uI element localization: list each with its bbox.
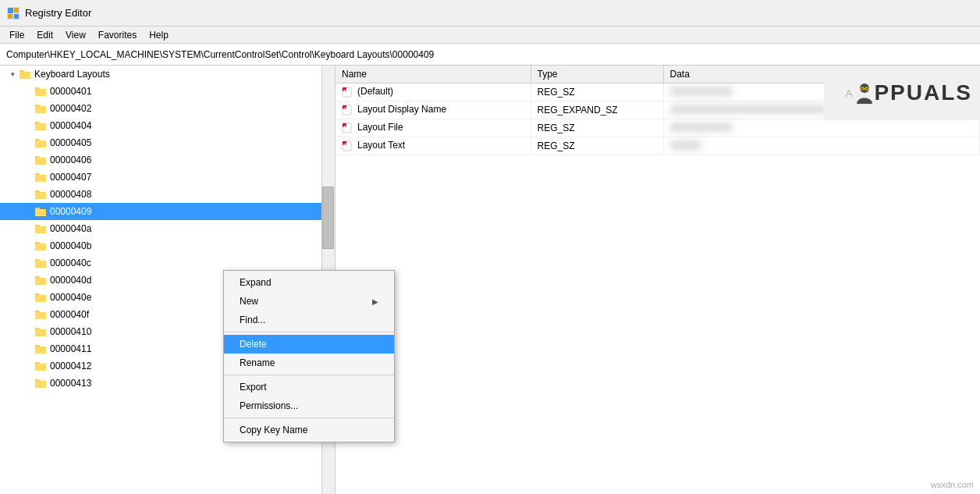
no-expand-icon: [22, 343, 34, 355]
ctx-label-export: Export: [240, 382, 267, 393]
no-expand-icon: [22, 257, 34, 269]
tree-item-0000040c[interactable]: 0000040c: [0, 254, 335, 272]
tree-item-0000040a[interactable]: 0000040a: [0, 220, 335, 237]
reg-data-cell: [663, 119, 980, 137]
tree-item-00000408[interactable]: 00000408: [0, 186, 335, 203]
ctx-item-new[interactable]: New▶: [224, 292, 394, 311]
watermark: wsxdn.com: [931, 480, 974, 489]
tree-label-0000040f: 0000040f: [50, 309, 89, 320]
tree-item-00000405[interactable]: 00000405: [0, 134, 335, 151]
folder-icon: [34, 102, 47, 115]
tree-label-00000405: 00000405: [50, 137, 91, 148]
folder-icon: [34, 308, 47, 321]
data-value-blurred: [670, 87, 733, 96]
folder-icon: [34, 188, 47, 201]
reg-name-cell: ab Layout Display Name: [336, 101, 531, 119]
ctx-separator: [224, 332, 394, 332]
tree-label-00000410: 00000410: [50, 326, 91, 337]
tree-label-00000408: 00000408: [50, 189, 91, 200]
tree-label-00000407: 00000407: [50, 172, 91, 183]
folder-icon: [34, 240, 47, 252]
tree-item-00000406[interactable]: 00000406: [0, 151, 335, 169]
address-path: Computer\HKEY_LOCAL_MACHINE\SYSTEM\Curre…: [6, 49, 434, 60]
folder-icon: [34, 154, 47, 166]
folder-icon: [34, 325, 47, 338]
reg-type-cell: REG_SZ: [531, 137, 663, 155]
folder-icon: [34, 291, 47, 304]
tree-scrollbar-thumb[interactable]: [322, 187, 334, 249]
reg-type-cell: REG_EXPAND_SZ: [531, 101, 663, 119]
no-expand-icon: [22, 308, 34, 321]
menu-view[interactable]: View: [59, 28, 92, 42]
tree-label-00000409: 00000409: [50, 206, 91, 217]
table-row[interactable]: ab Layout Text REG_SZ: [336, 137, 980, 155]
folder-icon: [34, 119, 47, 132]
tree-item-00000402[interactable]: 00000402: [0, 100, 335, 117]
tree-label-0000040d: 0000040d: [50, 275, 91, 286]
main-content: ▾ Keyboard Layouts 00000401: [0, 66, 980, 494]
ctx-label-rename: Rename: [240, 357, 275, 368]
svg-rect-4: [14, 14, 19, 19]
no-expand-icon: [22, 137, 34, 149]
tree-label-0000040a: 0000040a: [50, 223, 91, 234]
ctx-item-rename[interactable]: Rename: [224, 354, 394, 372]
data-value-blurred-tiny: [670, 140, 701, 150]
folder-icon: [34, 343, 47, 355]
ctx-label-copy-key-name: Copy Key Name: [240, 425, 307, 435]
tree-item-00000407[interactable]: 00000407: [0, 169, 335, 186]
folder-icon: [34, 360, 47, 372]
svg-text:ab: ab: [343, 124, 347, 128]
menu-edit[interactable]: Edit: [30, 28, 59, 42]
menu-bar: File Edit View Favorites Help: [0, 27, 980, 44]
folder-icon: [34, 377, 47, 389]
menu-help[interactable]: Help: [143, 28, 175, 42]
context-menu: ExpandNew▶Find...DeleteRenameExportPermi…: [223, 270, 395, 442]
table-row[interactable]: ab Layout File REG_SZ: [336, 119, 980, 137]
tree-item-00000404[interactable]: 00000404: [0, 117, 335, 134]
folder-icon: [34, 274, 47, 286]
ctx-separator: [224, 418, 394, 418]
folder-icon: [34, 205, 47, 218]
data-value-blurred: [670, 123, 733, 132]
no-expand-icon: [22, 377, 34, 389]
no-expand-icon: [22, 325, 34, 338]
tree-label-keyboard-layouts: Keyboard Layouts: [34, 69, 110, 80]
no-expand-icon: [22, 222, 34, 235]
svg-rect-2: [14, 8, 19, 12]
no-expand-icon: [22, 205, 34, 218]
ctx-item-permissions[interactable]: Permissions...: [224, 396, 394, 415]
title-bar-text: Registry Editor: [25, 7, 91, 19]
expand-icon: ▾: [6, 68, 19, 80]
svg-text:ab: ab: [343, 142, 347, 146]
no-expand-icon: [22, 240, 34, 252]
ctx-item-export[interactable]: Export: [224, 378, 394, 396]
address-bar: Computer\HKEY_LOCAL_MACHINE\SYSTEM\Curre…: [0, 44, 980, 66]
col-name: Name: [336, 66, 531, 84]
ctx-item-expand[interactable]: Expand: [224, 273, 394, 292]
folder-icon: [34, 85, 47, 98]
tree-item-00000401[interactable]: 00000401: [0, 83, 335, 100]
ctx-label-expand: Expand: [240, 277, 272, 288]
appuals-logo: A PPUALS: [824, 66, 980, 120]
tree-label-00000412: 00000412: [50, 361, 91, 371]
svg-text:ab: ab: [343, 88, 347, 92]
svg-rect-3: [8, 14, 12, 19]
reg-type-cell: REG_SZ: [531, 84, 663, 101]
ctx-item-copy-key-name[interactable]: Copy Key Name: [224, 421, 394, 439]
menu-file[interactable]: File: [3, 28, 30, 42]
tree-item-0000040b[interactable]: 0000040b: [0, 237, 335, 254]
no-expand-icon: [22, 102, 34, 115]
reg-data-cell: [663, 137, 980, 155]
ctx-item-find[interactable]: Find...: [224, 311, 394, 329]
tree-item-00000409[interactable]: 00000409: [0, 203, 335, 220]
tree-label-00000401: 00000401: [50, 86, 91, 97]
tree-label-00000404: 00000404: [50, 120, 91, 131]
reg-name: Layout Text: [357, 140, 405, 151]
menu-favorites[interactable]: Favorites: [92, 28, 143, 42]
col-type: Type: [531, 66, 663, 84]
tree-item-keyboard-layouts[interactable]: ▾ Keyboard Layouts: [0, 66, 335, 83]
ctx-item-delete[interactable]: Delete: [224, 335, 394, 354]
folder-icon: [34, 137, 47, 149]
appuals-person-icon: [855, 82, 874, 104]
no-expand-icon: [22, 291, 34, 304]
